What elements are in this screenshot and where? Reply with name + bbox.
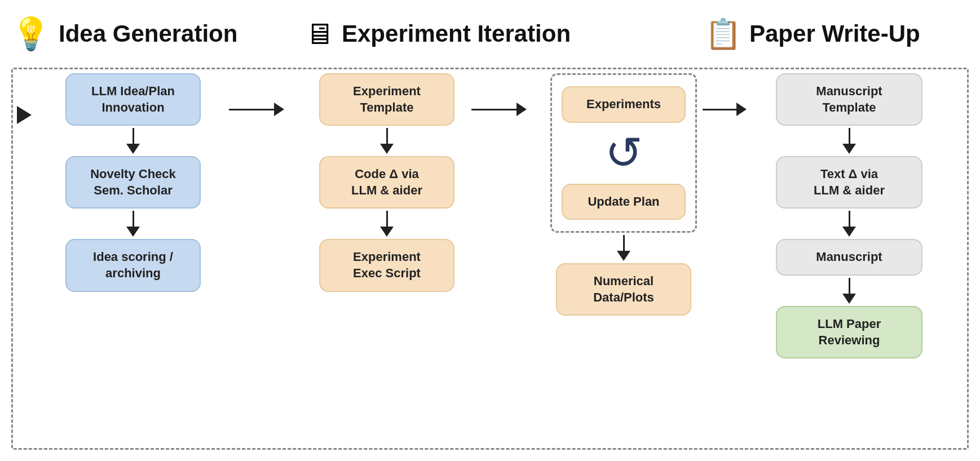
code-delta-box: Code Δ viaLLM & aider [319, 156, 454, 209]
arrowhead [126, 144, 140, 154]
paper-icon: 📋 [705, 17, 741, 51]
paper-writeup-title: Paper Write-Up [749, 20, 920, 47]
arrow-line [133, 211, 134, 227]
novelty-check-box: Novelty CheckSem. Scholar [65, 156, 201, 209]
arrow-line [849, 128, 850, 144]
idea-column: LLM Idea/PlanInnovation Novelty CheckSem… [37, 73, 229, 292]
experiment-column: ExperimentTemplate Code Δ viaLLM & aider… [302, 73, 471, 292]
idea-generation-header: 💡 Idea Generation [11, 15, 248, 52]
arrowhead [842, 227, 856, 237]
arrow-line [623, 235, 625, 251]
experiments-box: Experiments [562, 86, 686, 123]
arrow-line [133, 128, 134, 144]
idea-scoring-box: Idea scoring /archiving [65, 239, 201, 291]
arrow-paper-1-2 [842, 128, 856, 154]
arrow-exp-1-2 [380, 128, 394, 154]
manuscript-box: Manuscript [776, 239, 922, 276]
arrow-1-2 [126, 128, 140, 154]
experiment-iteration-header: 🖥 Experiment Iteration [304, 17, 571, 51]
arrow-line [386, 211, 388, 227]
arrow-iter-down [617, 235, 630, 261]
numerical-data-box: NumericalData/Plots [556, 263, 691, 316]
arrow-line [849, 211, 850, 227]
llm-idea-box: LLM Idea/PlanInnovation [65, 73, 201, 126]
horiz-arrow-2 [471, 103, 527, 116]
entry-arrow-container [17, 106, 32, 124]
iteration-dashed-box: Experiments ↻ Update Plan [550, 73, 697, 233]
arrow-line [849, 278, 850, 294]
arrow-line-h [471, 109, 517, 110]
arrowhead [126, 227, 140, 237]
arrowhead-r [517, 103, 527, 116]
update-plan-box: Update Plan [562, 184, 686, 220]
arrow-line-h [229, 109, 274, 110]
arrowhead [380, 227, 394, 237]
columns-container: LLM Idea/PlanInnovation Novelty CheckSem… [17, 73, 963, 441]
experiment-exec-box: ExperimentExec Script [319, 239, 454, 291]
paper-column: ManuscriptTemplate Text Δ viaLLM & aider… [765, 73, 934, 358]
arrowhead [842, 294, 856, 304]
arrow-col-1 [229, 73, 302, 116]
arrowhead-r [736, 103, 747, 116]
header-row: 💡 Idea Generation 🖥 Experiment Iteration… [11, 6, 969, 62]
cycle-icon: ↻ [605, 131, 643, 176]
paper-writeup-header: 📋 Paper Write-Up [705, 17, 920, 51]
horiz-arrow-3 [703, 103, 747, 116]
idea-generation-title: Idea Generation [59, 20, 237, 47]
experiment-template-box: ExperimentTemplate [319, 73, 454, 126]
experiment-iteration-title: Experiment Iteration [342, 20, 571, 47]
arrow-paper-2-3 [842, 211, 856, 237]
arrowhead [842, 144, 856, 154]
arrowhead [380, 144, 394, 154]
llm-paper-reviewing-box: LLM PaperReviewing [776, 306, 922, 358]
manuscript-template-box: ManuscriptTemplate [776, 73, 922, 126]
bulb-icon: 💡 [11, 15, 51, 52]
arrow-col-2 [471, 73, 545, 116]
arrowhead [617, 251, 630, 261]
arrowhead-r [274, 103, 284, 116]
arrow-2-3 [126, 211, 140, 237]
arrow-exp-2-3 [380, 211, 394, 237]
text-delta-box: Text Δ viaLLM & aider [776, 156, 922, 209]
entry-arrow-icon [17, 106, 32, 124]
arrow-line [386, 128, 388, 144]
arrow-paper-3-4 [842, 278, 856, 304]
gpu-icon: 🖥 [304, 17, 334, 51]
horiz-arrow-1 [229, 103, 284, 116]
entry-area [17, 73, 32, 124]
main-container: 💡 Idea Generation 🖥 Experiment Iteration… [0, 0, 980, 461]
arrow-line-h [703, 109, 736, 110]
arrow-col-3 [703, 73, 765, 116]
iteration-column: Experiments ↻ Update Plan NumericalData/… [545, 73, 703, 316]
